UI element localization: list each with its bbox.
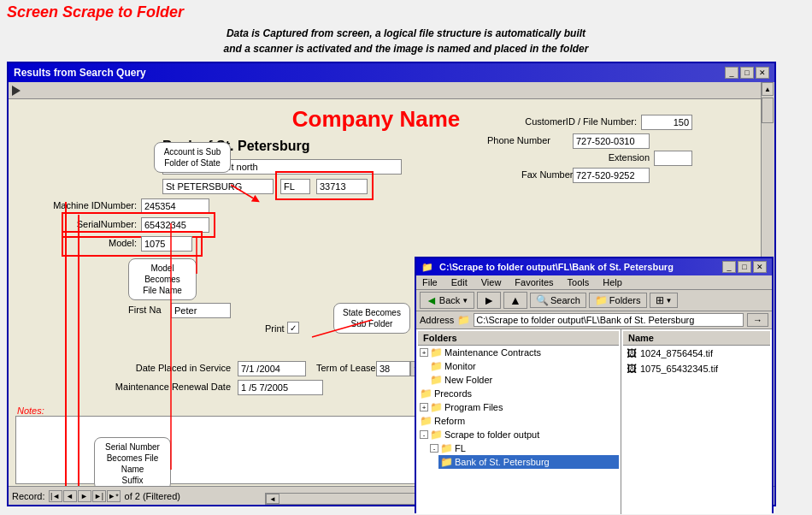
phone-input[interactable]: 727-520-0310 xyxy=(573,133,650,149)
first-name-input[interactable]: Peter xyxy=(171,303,231,318)
scroll-thumb[interactable] xyxy=(762,98,774,123)
menu-file[interactable]: File xyxy=(420,276,440,288)
state-field[interactable]: FL xyxy=(280,179,310,194)
explorer-titlebar: 📁 C:\Scrape to folder output\FL\Bank of … xyxy=(416,258,772,275)
date-label: Date Placed in Service xyxy=(17,363,231,373)
tree-item-programfiles[interactable]: + 📁 Program Files xyxy=(418,400,619,414)
explorer-body: Folders + 📁 Maintenance Contracts 📁 Moni… xyxy=(416,329,772,514)
folder-maintenance-icon: 📁 xyxy=(430,346,443,358)
explorer-controls: _ □ ✕ xyxy=(722,261,767,273)
fax-input[interactable]: 727-520-9252 xyxy=(573,168,650,183)
folders-button[interactable]: 📁 Folders xyxy=(589,293,647,308)
file-item-1[interactable]: 🖼 1024_8756454.tif xyxy=(623,346,770,361)
nav-first[interactable]: |◄ xyxy=(49,490,62,502)
close-button[interactable]: ✕ xyxy=(756,67,769,79)
folder-scrape-icon: 📁 xyxy=(430,429,443,441)
tree-item-bankstpete[interactable]: 📁 Bank of St. Petersburg xyxy=(438,455,619,469)
customer-id-input[interactable]: 150 xyxy=(641,115,692,130)
menu-edit[interactable]: Edit xyxy=(449,276,470,288)
model-input[interactable]: 1075 xyxy=(141,236,192,252)
address-bar: Address 📁 → xyxy=(416,311,772,329)
search-button[interactable]: 🔍 Search xyxy=(530,293,586,308)
expand-scrape[interactable]: - xyxy=(420,430,428,439)
nav-new[interactable]: ►* xyxy=(107,490,121,502)
address-label: Address xyxy=(420,315,454,325)
forward-button[interactable]: ► xyxy=(477,292,501,309)
explorer-title: 📁 C:\Scrape to folder output\FL\Bank of … xyxy=(421,262,674,273)
folders-panel: Folders + 📁 Maintenance Contracts 📁 Moni… xyxy=(416,329,621,514)
date-input[interactable]: 7/1 /2004 xyxy=(238,361,306,376)
scroll-up[interactable]: ▲ xyxy=(762,82,774,96)
explorer-close[interactable]: ✕ xyxy=(753,261,767,273)
files-header: Name xyxy=(623,331,770,346)
files-panel: Name 🖼 1024_8756454.tif 🖼 1075_65432345.… xyxy=(621,329,772,514)
tree-item-monitor[interactable]: 📁 Monitor xyxy=(428,359,619,373)
explorer-toolbar: ◄ Back ▼ ► ▲ 🔍 Search 📁 Folders ⊞ ▼ xyxy=(416,290,772,311)
window-title-text: Results from Search Query xyxy=(14,67,146,79)
maintenance-label: Maintenance Renewal Date xyxy=(17,382,231,392)
folder-monitor-icon: 📁 xyxy=(430,360,443,372)
tree-item-maintenance[interactable]: + 📁 Maintenance Contracts xyxy=(418,346,619,359)
window-titlebar: Results from Search Query _ □ ✕ xyxy=(9,63,774,82)
machine-id-label: Machine IDNumber: xyxy=(17,200,137,210)
up-icon: ▲ xyxy=(509,293,521,307)
menu-view[interactable]: View xyxy=(479,276,504,288)
section-triangle[interactable] xyxy=(12,86,21,96)
serial-input[interactable]: 65432345 xyxy=(141,217,209,233)
page-title: Screen Scrape to Folder xyxy=(7,3,184,21)
extension-label: Extension xyxy=(607,152,650,163)
tree-item-reform[interactable]: 📁 Reform xyxy=(418,414,619,428)
tree-item-precords[interactable]: 📁 Precords xyxy=(418,387,619,400)
explorer-minimize[interactable]: _ xyxy=(722,261,736,273)
view-button[interactable]: ⊞ ▼ xyxy=(650,293,679,308)
city-field[interactable]: St PETERSBURG xyxy=(162,179,274,194)
term-input[interactable]: 38 xyxy=(376,361,410,376)
expand-maintenance[interactable]: + xyxy=(420,348,428,357)
nav-next[interactable]: ► xyxy=(78,490,91,502)
nav-last[interactable]: ►| xyxy=(92,490,106,502)
folder-reform-icon: 📁 xyxy=(420,415,432,427)
view-dropdown[interactable]: ▼ xyxy=(666,297,673,305)
fax-label: Fax Number xyxy=(521,169,574,180)
folders-icon: 📁 xyxy=(595,294,608,306)
customer-id-label: CustomerID / File Number: xyxy=(487,116,637,127)
address-input[interactable] xyxy=(474,313,744,327)
minimize-button[interactable]: _ xyxy=(725,67,738,79)
back-dropdown[interactable]: ▼ xyxy=(462,297,468,305)
tree-item-newfolder[interactable]: 📁 New Folder xyxy=(428,373,619,387)
tree-item-fl[interactable]: - 📁 FL xyxy=(428,441,619,455)
menu-favorites[interactable]: Favorites xyxy=(512,276,556,288)
zip-field[interactable]: 33713 xyxy=(316,179,368,194)
machine-id-input[interactable]: 245354 xyxy=(141,198,209,214)
address-go[interactable]: → xyxy=(747,313,768,327)
print-checkbox[interactable]: ✓ xyxy=(287,322,299,334)
state-subfolder-callout: State Becomes Sub Folder xyxy=(333,303,410,334)
file-item-2[interactable]: 🖼 1075_65432345.tif xyxy=(623,361,770,376)
folder-bank-icon: 📁 xyxy=(440,456,453,468)
up-button[interactable]: ▲ xyxy=(503,292,527,309)
menu-tools[interactable]: Tools xyxy=(565,276,592,288)
folder-precords-icon: 📁 xyxy=(420,388,432,400)
view-icon: ⊞ xyxy=(656,294,664,306)
tree-item-scrape[interactable]: - 📁 Scrape to folder output xyxy=(418,428,619,441)
window-controls: _ □ ✕ xyxy=(725,67,769,79)
explorer-menubar: File Edit View Favorites Tools Help xyxy=(416,275,772,290)
maximize-button[interactable]: □ xyxy=(740,67,754,79)
expand-programfiles[interactable]: + xyxy=(420,403,428,411)
model-filename-callout: Model Becomes File Name xyxy=(128,258,197,300)
maintenance-input[interactable]: 1 /5 7/2005 xyxy=(238,380,323,395)
menu-help[interactable]: Help xyxy=(600,276,625,288)
folder-programfiles-icon: 📁 xyxy=(430,401,443,413)
file-icon-2: 🖼 xyxy=(627,363,637,375)
notes-area[interactable] xyxy=(15,416,421,484)
phone-label: Phone Number xyxy=(487,135,550,145)
explorer-maximize[interactable]: □ xyxy=(738,261,751,273)
back-icon: ◄ xyxy=(426,293,438,307)
expand-fl[interactable]: - xyxy=(430,444,438,453)
extension-input[interactable] xyxy=(654,151,692,166)
forward-icon: ► xyxy=(483,293,495,307)
back-button[interactable]: ◄ Back ▼ xyxy=(420,292,474,309)
notes-label: Notes: xyxy=(17,405,44,416)
serial-label: SerialNumber: xyxy=(17,219,137,229)
nav-prev[interactable]: ◄ xyxy=(63,490,77,502)
